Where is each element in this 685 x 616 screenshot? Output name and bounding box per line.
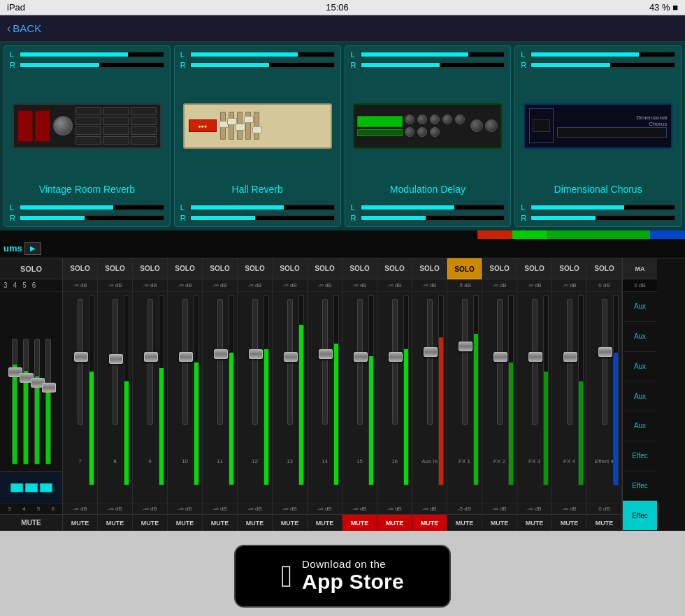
solo-btn-11[interactable]: SOLO bbox=[203, 258, 237, 279]
aux-label-effec-1[interactable]: Effec bbox=[623, 441, 657, 471]
db-bottom-7: -∞ dB bbox=[63, 503, 97, 514]
fader-thumb-7[interactable] bbox=[74, 352, 88, 362]
db-top-7: -∞ dB bbox=[63, 279, 97, 292]
aux-channel-fx3: SOLO -∞ dB FX 3 -∞ dB MUTE bbox=[517, 258, 552, 531]
aux-label-effec-2[interactable]: Effec bbox=[623, 471, 657, 501]
vu-meters-top-vrr: L R bbox=[4, 46, 170, 72]
fader-thumb-16[interactable] bbox=[389, 352, 403, 362]
fader-thumb-11[interactable] bbox=[214, 349, 228, 359]
fader-track-12 bbox=[252, 299, 258, 425]
channel-name-11: 11 bbox=[217, 458, 223, 464]
aux-label-1[interactable]: Aux bbox=[623, 292, 657, 322]
mute-btn-15[interactable]: MUTE bbox=[342, 514, 377, 531]
transport-play-button[interactable]: ▶ bbox=[24, 242, 41, 255]
db-top-15: -∞ dB bbox=[342, 279, 377, 292]
fader-thumb-fx4[interactable] bbox=[563, 352, 577, 362]
channel-name-fx1: FX 1 bbox=[459, 458, 470, 464]
aux-label-2[interactable]: Aux bbox=[623, 322, 657, 352]
fader-thumb-12[interactable] bbox=[249, 349, 263, 359]
mute-btn-13[interactable]: MUTE bbox=[273, 514, 307, 531]
channel-body-11: 11 bbox=[203, 292, 237, 503]
mute-btn-10[interactable]: MUTE bbox=[168, 514, 202, 531]
mute-btn-7[interactable]: MUTE bbox=[63, 514, 97, 531]
fader-thumb-9[interactable] bbox=[144, 352, 158, 362]
fader-thumb-14[interactable] bbox=[319, 349, 333, 359]
mute-btn-aux-in[interactable]: MUTE bbox=[412, 514, 447, 531]
aux-label-3[interactable]: Aux bbox=[623, 352, 657, 382]
effect-card-vintage-room-reverb[interactable]: L R Vintage Room R bbox=[3, 45, 171, 227]
solo-btn-fx1[interactable]: SOLO bbox=[447, 258, 482, 279]
channel-name-7: 7 bbox=[78, 458, 81, 464]
effect-card-modulation-delay[interactable]: L R bbox=[345, 45, 512, 227]
fader-thumb-aux-in[interactable] bbox=[424, 347, 438, 357]
fader-track-fx3 bbox=[532, 299, 538, 425]
solo-btn-fx2[interactable]: SOLO bbox=[482, 258, 517, 279]
solo-btn-9[interactable]: SOLO bbox=[133, 258, 167, 279]
db-top-aux-in: -∞ dB bbox=[412, 279, 447, 292]
effect-card-dimensional-chorus[interactable]: L R Dimensional Chorus Dimensional Choru… bbox=[514, 45, 682, 227]
db-bottom-14: -∞ dB bbox=[308, 503, 342, 514]
solo-btn-7[interactable]: SOLO bbox=[63, 258, 97, 279]
solo-btn-aux-in[interactable]: SOLO bbox=[412, 258, 447, 279]
solo-btn-fx3[interactable]: SOLO bbox=[517, 258, 551, 279]
channel-name-8: 8 bbox=[113, 458, 116, 464]
mixer-top-bar: ums ▶ bbox=[0, 239, 685, 258]
fader-thumb-fx1[interactable] bbox=[459, 342, 473, 351]
level-meter-13 bbox=[298, 295, 304, 485]
mute-btn-fx4[interactable]: MUTE bbox=[552, 514, 586, 531]
fader-track-10 bbox=[182, 299, 188, 425]
fader-track-8 bbox=[113, 299, 118, 425]
aux-label-5[interactable]: Aux bbox=[623, 411, 657, 441]
solo-btn-12[interactable]: SOLO bbox=[238, 258, 272, 279]
solo-btn-fx4[interactable]: SOLO bbox=[552, 258, 586, 279]
left-mute-button[interactable]: MUTE bbox=[0, 514, 62, 531]
fader-thumb-10[interactable] bbox=[179, 352, 193, 362]
mute-btn-fx1[interactable]: MUTE bbox=[447, 514, 482, 531]
channel-body-13: 13 bbox=[273, 292, 307, 503]
channel-strips: SOLO -∞ dB 7 -∞ dB MUTE SOLO -∞ dB 8 -∞ … bbox=[63, 258, 412, 531]
solo-btn-15[interactable]: SOLO bbox=[342, 258, 377, 279]
app-store-button[interactable]:  Download on the App Store bbox=[234, 545, 451, 608]
left-panel: SOLO 3 4 5 6 bbox=[0, 258, 63, 531]
mute-btn-8[interactable]: MUTE bbox=[98, 514, 132, 531]
fader-thumb-13[interactable] bbox=[284, 352, 298, 362]
solo-btn-8[interactable]: SOLO bbox=[98, 258, 132, 279]
mute-btn-14[interactable]: MUTE bbox=[308, 514, 342, 531]
fader-track-16 bbox=[392, 299, 398, 425]
solo-btn-10[interactable]: SOLO bbox=[168, 258, 202, 279]
channel-strip-13: SOLO -∞ dB 13 -∞ dB MUTE bbox=[273, 258, 308, 531]
mute-btn-fx2[interactable]: MUTE bbox=[482, 514, 517, 531]
db-top-11: -∞ dB bbox=[203, 279, 237, 292]
mute-btn-16[interactable]: MUTE bbox=[377, 514, 412, 531]
solo-btn-13[interactable]: SOLO bbox=[273, 258, 307, 279]
fader-thumb-fx3[interactable] bbox=[528, 352, 542, 362]
aux-label-4[interactable]: Aux bbox=[623, 381, 657, 411]
aux-label-effec-3[interactable]: Effec bbox=[623, 501, 657, 531]
mute-btn-12[interactable]: MUTE bbox=[238, 514, 272, 531]
fader-thumb-effect4[interactable] bbox=[598, 347, 612, 357]
fader-thumb-fx2[interactable] bbox=[493, 352, 507, 362]
device-image-vrr bbox=[4, 72, 170, 179]
aux-channel-fx1: SOLO -5 dB FX 1 -5 dB MUTE bbox=[447, 258, 482, 531]
channel-name-fx3: FX 3 bbox=[528, 458, 540, 464]
mute-btn-effect4[interactable]: MUTE bbox=[587, 514, 621, 531]
channel-name-aux-in: Aux In bbox=[421, 458, 438, 464]
fader-thumb-8[interactable] bbox=[109, 354, 123, 364]
mute-btn-9[interactable]: MUTE bbox=[133, 514, 167, 531]
app-store-banner:  Download on the App Store bbox=[0, 536, 685, 616]
channel-strip-15: SOLO -∞ dB 15 -∞ dB MUTE bbox=[342, 258, 377, 531]
left-solo[interactable]: SOLO bbox=[0, 258, 62, 279]
level-meter-10 bbox=[194, 295, 199, 485]
solo-btn-14[interactable]: SOLO bbox=[308, 258, 342, 279]
fader-track-fx2 bbox=[497, 299, 503, 425]
fader-thumb-15[interactable] bbox=[354, 352, 368, 362]
effect-name-dc: Dimensional Chorus bbox=[554, 179, 642, 200]
mute-btn-fx3[interactable]: MUTE bbox=[517, 514, 551, 531]
mute-btn-11[interactable]: MUTE bbox=[203, 514, 237, 531]
vu-meters-bottom-hr: L R bbox=[175, 200, 340, 226]
channel-strip-16: SOLO -∞ dB 16 -∞ dB MUTE bbox=[377, 258, 412, 531]
solo-btn-16[interactable]: SOLO bbox=[377, 258, 412, 279]
back-button[interactable]: ‹ BACK bbox=[7, 22, 41, 35]
effect-card-hall-reverb[interactable]: L R ●●● Hall Reverb bbox=[174, 45, 341, 227]
solo-btn-effect4[interactable]: SOLO bbox=[587, 258, 621, 279]
